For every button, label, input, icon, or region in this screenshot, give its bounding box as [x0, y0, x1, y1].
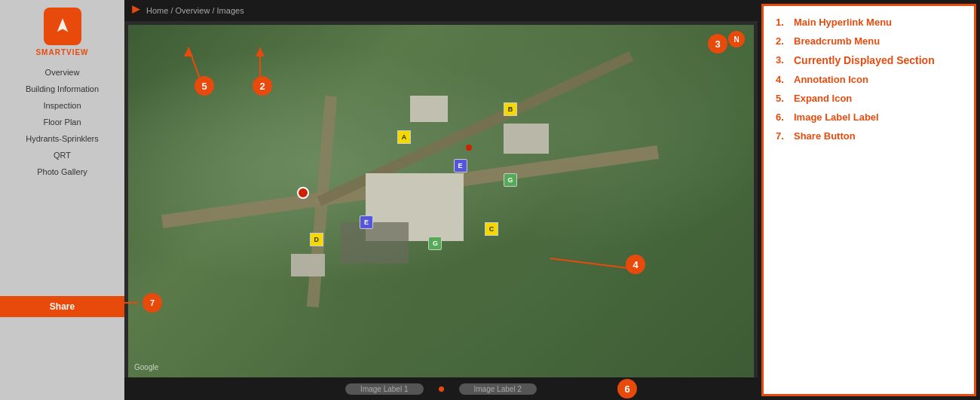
nav-building-info[interactable]: Building Information	[0, 81, 124, 97]
marker-g1: G	[504, 173, 517, 187]
annotation-panel: 1. Main Hyperlink Menu 2. Breadcrumb Men…	[761, 4, 976, 396]
brand-name: SMARTVIEW	[35, 48, 88, 56]
nav-floor-plan[interactable]: Floor Plan	[0, 114, 124, 130]
legend-item-4: 4. Annotation Icon	[776, 74, 962, 85]
breadcrumb-home[interactable]: Home	[146, 6, 168, 15]
section-badge-3: 3	[708, 34, 727, 53]
compass: N	[728, 31, 745, 47]
badge-2: 2	[253, 76, 272, 96]
building-2	[504, 124, 549, 154]
nav-photo-gallery[interactable]: Photo Gallery	[0, 163, 124, 180]
breadcrumb-overview[interactable]: Overview	[176, 6, 210, 15]
legend-item-2: 2. Breadcrumb Menu	[776, 35, 962, 47]
marker-b: B	[504, 102, 517, 116]
nav-qrt[interactable]: QRT	[0, 147, 124, 163]
parking-lot	[341, 222, 409, 264]
map-background: A B C D E E G G N 3	[128, 25, 754, 377]
building-3	[410, 96, 448, 122]
legend-item-3: 3. Currently Displayed Section	[776, 54, 962, 66]
image-label-bar: Image Label 1 Image Label 2 6	[124, 377, 758, 400]
app-logo	[44, 8, 81, 45]
main-content: ◀ Home / Overview / Images A B C D E	[124, 0, 758, 400]
marker-a: A	[397, 130, 411, 144]
badge-7: 7	[142, 293, 162, 313]
marker-e2: E	[360, 215, 373, 229]
image-label-pill-1: Image Label 1	[345, 383, 423, 395]
building-4	[291, 254, 325, 276]
legend-item-7: 7. Share Button	[776, 130, 962, 142]
share-arrow-badge: 7	[102, 293, 162, 313]
google-watermark: Google	[134, 363, 158, 371]
legend-item-5: 5. Expand Icon	[776, 93, 962, 104]
badge-6: 6	[617, 379, 637, 398]
nav-icon: ◀	[132, 5, 140, 17]
breadcrumb: Home / Overview / Images	[146, 6, 244, 15]
marker-c: C	[485, 222, 498, 236]
marker-d: D	[310, 233, 323, 246]
top-bar: ◀ Home / Overview / Images	[124, 0, 758, 21]
nav-inspection[interactable]: Inspection	[0, 97, 124, 114]
breadcrumb-current: Images	[217, 6, 244, 15]
image-dot	[439, 386, 444, 392]
map-container: A B C D E E G G N 3	[128, 25, 754, 377]
badge-5: 5	[194, 76, 214, 96]
badge-4: 4	[626, 255, 645, 274]
legend-item-6: 6. Image Label Label	[776, 111, 962, 123]
sidebar: SMARTVIEW Overview Building Information …	[0, 0, 124, 400]
legend-item-1: 1. Main Hyperlink Menu	[776, 17, 962, 28]
image-label-pill-2: Image Label 2	[459, 383, 537, 395]
marker-g2: G	[428, 237, 442, 250]
svg-marker-2	[108, 300, 114, 306]
nav-hydrants[interactable]: Hydrants-Sprinklers	[0, 130, 124, 147]
nav-menu: Overview Building Information Inspection…	[0, 64, 124, 180]
nav-overview[interactable]: Overview	[0, 64, 124, 81]
marker-e1: E	[454, 159, 467, 173]
